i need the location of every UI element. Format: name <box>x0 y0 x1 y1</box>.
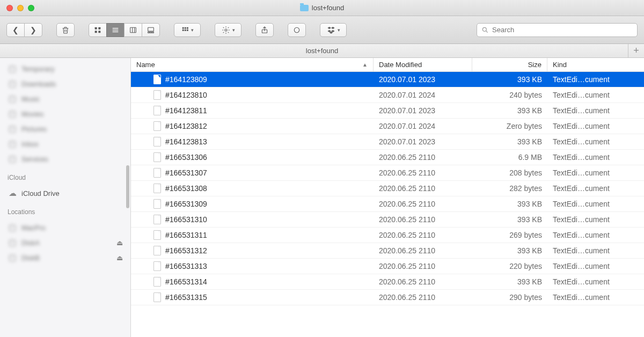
file-size: 393 KB <box>472 215 547 224</box>
svg-rect-14 <box>182 27 184 28</box>
sidebar-item[interactable]: ▢Downloads <box>0 76 130 91</box>
document-icon <box>153 199 161 209</box>
trash-icon <box>61 26 70 34</box>
close-window-button[interactable] <box>6 5 13 11</box>
sidebar-item[interactable]: ▢Music <box>0 91 130 106</box>
table-row[interactable]: #1665313062020.06.25 21106.9 MBTextEdi…c… <box>131 150 644 165</box>
svg-point-20 <box>225 29 227 31</box>
zoom-window-button[interactable] <box>28 5 34 11</box>
column-headers: Name ▲ Date Modified Size Kind <box>131 58 644 72</box>
column-header-kind[interactable]: Kind <box>547 58 644 71</box>
table-row[interactable]: #1641238122020.07.01 2024Zero bytesTextE… <box>131 119 644 134</box>
search-input[interactable] <box>492 26 633 34</box>
table-row[interactable]: #1641238112020.07.01 2023393 KBTextEdi…c… <box>131 103 644 119</box>
file-kind: TextEdi…cument <box>547 137 644 146</box>
new-tab-button[interactable]: + <box>628 44 644 57</box>
tab-current[interactable]: lost+found <box>306 47 338 55</box>
sidebar-item[interactable]: ▢Pictures <box>0 121 130 136</box>
minimize-window-button[interactable] <box>17 5 24 11</box>
table-row[interactable]: #1665313082020.06.25 2110282 bytesTextEd… <box>131 181 644 196</box>
sidebar-item[interactable]: ▢Temporary <box>0 61 130 76</box>
sidebar-item-label: Movies <box>21 110 43 118</box>
file-size: 6.9 MB <box>472 153 547 162</box>
table-row[interactable]: #1641238102020.07.01 2024240 bytesTextEd… <box>131 87 644 103</box>
table-row[interactable]: #1665313072020.06.25 2110208 bytesTextEd… <box>131 165 644 181</box>
table-row[interactable]: #1665313092020.06.25 2110393 KBTextEdi…c… <box>131 196 644 212</box>
file-date: 2020.07.01 2023 <box>374 137 472 146</box>
folder-icon: ▢ <box>8 109 17 119</box>
svg-line-24 <box>486 31 488 32</box>
file-name: #166531307 <box>165 169 207 177</box>
file-date: 2020.06.25 2110 <box>374 293 472 302</box>
disk-icon: ▢ <box>8 223 17 232</box>
sidebar-item[interactable]: ▢MacPro <box>0 220 130 235</box>
view-list-button[interactable] <box>106 23 125 37</box>
table-row[interactable]: #1641238092020.07.01 2023393 KBTextEdi…c… <box>131 72 644 87</box>
sidebar-item[interactable]: ▢DiskB⏏ <box>0 250 130 265</box>
sidebar-item[interactable]: ▢Services <box>0 151 130 166</box>
file-name: #166531315 <box>165 293 207 302</box>
sidebar-item-label: iCloud Drive <box>21 189 60 197</box>
share-button[interactable] <box>255 23 274 37</box>
file-kind: TextEdi…cument <box>547 169 644 177</box>
action-menu-button[interactable]: ▾ <box>215 23 241 37</box>
table-row[interactable]: #1665313132020.06.25 2110220 bytesTextEd… <box>131 259 644 274</box>
group-by-button[interactable]: ▾ <box>174 23 201 37</box>
document-icon <box>153 137 161 146</box>
column-header-name[interactable]: Name ▲ <box>131 58 374 71</box>
view-icons-button[interactable] <box>89 23 107 37</box>
table-row[interactable]: #1665313102020.06.25 2110393 KBTextEdi…c… <box>131 212 644 228</box>
forward-button[interactable]: ❯ <box>24 23 42 37</box>
folder-icon: ▢ <box>8 154 17 164</box>
folder-icon: ▢ <box>8 79 17 89</box>
tags-button[interactable] <box>288 23 306 37</box>
view-gallery-button[interactable] <box>142 23 160 37</box>
cloud-icon: ☁ <box>8 188 17 198</box>
eject-icon[interactable]: ⏏ <box>116 254 123 262</box>
table-row[interactable]: #1665313112020.06.25 2110269 bytesTextEd… <box>131 228 644 243</box>
column-header-date[interactable]: Date Modified <box>374 58 472 71</box>
file-date: 2020.06.25 2110 <box>374 169 472 177</box>
dropbox-icon <box>327 26 335 34</box>
search-field[interactable] <box>477 23 638 37</box>
table-row[interactable]: #1665313142020.06.25 2110393 KBTextEdi…c… <box>131 274 644 290</box>
delete-button[interactable] <box>56 23 75 37</box>
sidebar-item-icloud-drive[interactable]: ☁iCloud Drive <box>0 186 130 201</box>
sidebar-item[interactable]: ▢Inbox <box>0 136 130 151</box>
file-date: 2020.06.25 2110 <box>374 153 472 162</box>
column-header-size[interactable]: Size <box>472 58 547 71</box>
view-columns-button[interactable] <box>124 23 142 37</box>
file-size: 393 KB <box>472 246 547 255</box>
document-icon <box>153 184 161 193</box>
table-row[interactable]: #1665313122020.06.25 2110393 KBTextEdi…c… <box>131 243 644 259</box>
file-kind: TextEdi…cument <box>547 106 644 115</box>
sort-ascending-icon: ▲ <box>362 62 368 68</box>
back-button[interactable]: ❮ <box>6 23 25 37</box>
sidebar-item[interactable]: ▢Movies <box>0 106 130 121</box>
file-kind: TextEdi…cument <box>547 153 644 162</box>
window-title: lost+found <box>0 4 644 12</box>
table-row[interactable]: #1641238132020.07.01 2023393 KBTextEdi…c… <box>131 134 644 150</box>
scrollbar-thumb[interactable] <box>126 165 129 208</box>
chevron-right-icon: ❯ <box>30 26 36 34</box>
file-size: 269 bytes <box>472 231 547 239</box>
nav-group: ❮ ❯ <box>6 23 42 37</box>
file-name: #164123811 <box>165 106 207 115</box>
file-name: #164123812 <box>165 122 207 130</box>
grid-small-icon <box>181 26 189 34</box>
gallery-icon <box>147 26 155 34</box>
eject-icon[interactable]: ⏏ <box>116 239 123 247</box>
plus-icon: + <box>633 45 639 56</box>
file-name: #166531310 <box>165 215 207 224</box>
dropbox-button[interactable]: ▾ <box>320 23 347 37</box>
file-kind: TextEdi…cument <box>547 215 644 224</box>
table-row[interactable]: #1665313152020.06.25 2110290 bytesTextEd… <box>131 290 644 305</box>
file-size: 393 KB <box>472 277 547 286</box>
sidebar-item[interactable]: ▢DiskA⏏ <box>0 235 130 250</box>
file-date: 2020.07.01 2024 <box>374 122 472 130</box>
file-size: 208 bytes <box>472 169 547 177</box>
disk-icon: ▢ <box>8 238 17 247</box>
sidebar-item-label: DiskB <box>21 254 40 262</box>
sidebar-item-label: Downloads <box>21 80 56 88</box>
file-name: #166531313 <box>165 262 207 270</box>
